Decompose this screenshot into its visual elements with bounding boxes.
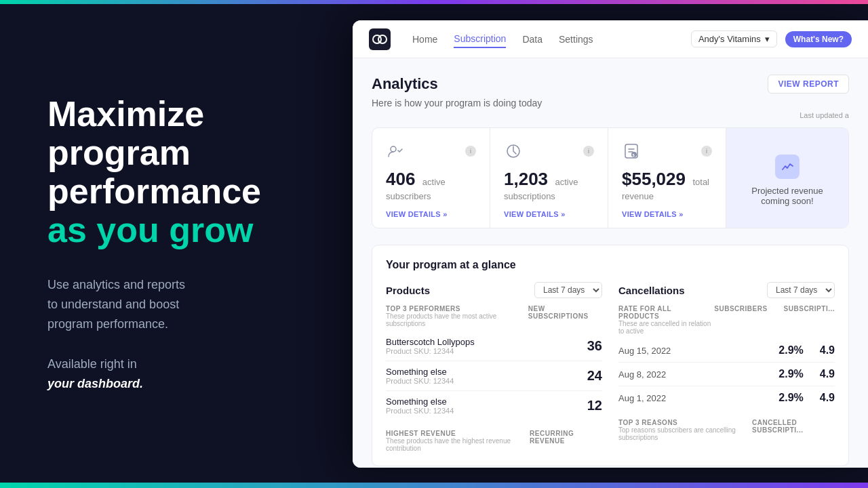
- stat-info-icon-2[interactable]: i: [583, 146, 594, 157]
- stat-card-header-1: i: [386, 142, 476, 161]
- cancel-pct-sub-1: 4.9: [820, 344, 835, 357]
- top-reasons-desc: Top reasons subscribers are cancelling s…: [618, 426, 752, 441]
- stat-cards: i 406 active subscribers VIEW DETAILS »: [372, 127, 849, 228]
- stat-info-icon-3[interactable]: i: [701, 146, 712, 157]
- stat-card-header-3: $ i: [622, 142, 712, 161]
- stat-card-revenue: $ i $55,029 total revenue VIEW DETAILS »: [608, 128, 726, 228]
- stat-info-icon-1[interactable]: i: [465, 146, 476, 157]
- products-column: Products Last 7 days TOP 3 PERFORMERS Th…: [386, 282, 602, 452]
- nav-link-settings[interactable]: Settings: [559, 31, 593, 47]
- cancel-subscriptions-header: Subscripti...: [784, 305, 835, 335]
- products-col-header: Products Last 7 days: [386, 282, 602, 298]
- table-row: Something else Product SKU: 12344 12: [386, 391, 602, 420]
- cancellations-col-title: Cancellations: [618, 285, 685, 296]
- hero-title-line1: Maximize: [47, 94, 204, 134]
- products-period-select[interactable]: Last 7 days: [534, 282, 602, 298]
- view-report-button[interactable]: VIEW REPORT: [768, 75, 849, 94]
- whats-new-button[interactable]: What's New?: [785, 31, 852, 47]
- cancel-date-2: Aug 8, 2022: [618, 369, 666, 380]
- projected-icon: [775, 155, 800, 179]
- glance-section: Your program at a glance Products Last 7…: [372, 245, 849, 466]
- stat-value-1: 406 active subscribers: [386, 169, 476, 202]
- view-details-link-2[interactable]: VIEW DETAILS »: [504, 210, 594, 218]
- view-details-link-3[interactable]: VIEW DETAILS »: [622, 210, 712, 218]
- product-sku-3: Product SKU: 12344: [386, 407, 454, 415]
- products-footer: HIGHEST REVENUE These products have the …: [386, 430, 602, 452]
- chevron-down-icon: ▾: [765, 34, 770, 44]
- revenue-icon: $: [622, 142, 641, 161]
- projected-text: Projected revenue coming soon!: [740, 186, 835, 206]
- cancel-rate-desc: These are cancelled in relation to activ…: [618, 320, 714, 335]
- bottom-gradient-bar: [0, 483, 868, 488]
- table-row: Aug 1, 2022 2.9% 4.9: [618, 386, 835, 409]
- svg-point-2: [391, 146, 396, 152]
- product-name-3: Something else: [386, 396, 454, 407]
- cancel-pct-sub-3: 4.9: [820, 392, 835, 404]
- products-col-title: Products: [386, 285, 430, 296]
- nav-bar: Home Subscription Data Settings Andy's V…: [353, 20, 868, 58]
- cancel-pct-subs-3: 2.9%: [778, 392, 803, 404]
- table-row: Butterscotch Lollypops Product SKU: 1234…: [386, 331, 602, 361]
- cancellations-col-header: Cancellations Last 7 days: [618, 282, 835, 298]
- nav-link-home[interactable]: Home: [412, 31, 437, 47]
- cancellations-list: Aug 15, 2022 2.9% 4.9 Aug 8, 2022: [618, 339, 835, 409]
- top-gradient-bar: [0, 0, 868, 4]
- recurring-revenue-label: Recurring revenue: [530, 430, 602, 452]
- hero-title-accent: as you grow: [47, 210, 253, 249]
- nav-link-subscription[interactable]: Subscription: [454, 30, 506, 48]
- product-name-1: Butterscotch Lollypops: [386, 337, 475, 347]
- last-updated-text: Last updated a: [372, 111, 849, 119]
- products-col-right-header: New subscriptions: [528, 305, 602, 327]
- stat-value-2: 1,203 active subscriptions: [504, 169, 594, 202]
- cancellations-column: Cancellations Last 7 days RATE FOR ALL P…: [618, 282, 835, 452]
- logo-icon: [369, 28, 391, 50]
- table-row: Aug 15, 2022 2.9% 4.9: [618, 339, 835, 363]
- nav-right: Andy's Vitamins ▾ What's New?: [691, 30, 852, 47]
- cancel-subs-header: Subscribers: [714, 305, 767, 335]
- glance-title: Your program at a glance: [386, 259, 835, 271]
- cancellations-period-select[interactable]: Last 7 days: [767, 282, 835, 298]
- products-list: Butterscotch Lollypops Product SKU: 1234…: [386, 331, 602, 420]
- product-count-1: 36: [587, 338, 602, 354]
- cancel-pct-sub-2: 4.9: [820, 368, 835, 380]
- stat-value-3: $55,029 total revenue: [622, 169, 712, 202]
- products-top-desc: These products have the most active subs…: [386, 312, 528, 327]
- subscriptions-icon: [504, 142, 523, 161]
- right-panel: Home Subscription Data Settings Andy's V…: [353, 0, 868, 488]
- hero-title: Maximize program performance as you grow: [47, 95, 312, 250]
- stat-card-projected: Projected revenue coming soon!: [726, 128, 848, 228]
- product-name-2: Something else: [386, 367, 454, 377]
- cancel-pct-subs-2: 2.9%: [778, 368, 803, 380]
- hero-title-line2: program: [47, 133, 191, 172]
- subscribers-icon: [386, 142, 405, 161]
- table-row: Something else Product SKU: 12344 24: [386, 361, 602, 391]
- product-count-3: 12: [587, 398, 602, 413]
- store-selector[interactable]: Andy's Vitamins ▾: [691, 30, 777, 47]
- highest-revenue-label: HIGHEST REVENUE: [386, 430, 530, 437]
- nav-links: Home Subscription Data Settings: [412, 30, 691, 48]
- analytics-subtitle: Here is how your program is doing today: [372, 98, 849, 108]
- left-panel: Maximize program performance as you grow…: [0, 0, 353, 488]
- stat-card-header-2: i: [504, 142, 594, 161]
- cancellations-sub-header: RATE FOR ALL PRODUCTS These are cancelle…: [618, 305, 835, 335]
- page-wrapper: Maximize program performance as you grow…: [0, 0, 868, 488]
- nav-logo: [369, 28, 391, 50]
- product-sku-2: Product SKU: 12344: [386, 377, 454, 385]
- glance-grid: Products Last 7 days TOP 3 PERFORMERS Th…: [386, 282, 835, 452]
- product-count-2: 24: [587, 368, 602, 384]
- cancelled-subscriptions-label: Cancelled subscripti...: [752, 419, 835, 441]
- cancel-pct-subs-1: 2.9%: [778, 344, 803, 357]
- stat-card-subscribers: i 406 active subscribers VIEW DETAILS »: [372, 128, 490, 228]
- nav-link-data[interactable]: Data: [522, 31, 542, 47]
- cancel-date-1: Aug 15, 2022: [618, 346, 671, 356]
- hero-footer: Available right in your dashboard.: [47, 354, 312, 394]
- cancel-rate-label: RATE FOR ALL PRODUCTS: [618, 305, 714, 320]
- hero-subtitle: Use analytics and reports to understand …: [47, 275, 312, 333]
- analytics-title: Analytics: [372, 75, 438, 93]
- cancellations-footer: TOP 3 REASONS Top reasons subscribers ar…: [618, 419, 835, 441]
- svg-point-1: [378, 35, 387, 43]
- hero-title-line3: performance: [47, 171, 261, 211]
- dashboard-window: Home Subscription Data Settings Andy's V…: [353, 20, 868, 468]
- cancel-date-3: Aug 1, 2022: [618, 393, 666, 403]
- view-details-link-1[interactable]: VIEW DETAILS »: [386, 210, 476, 218]
